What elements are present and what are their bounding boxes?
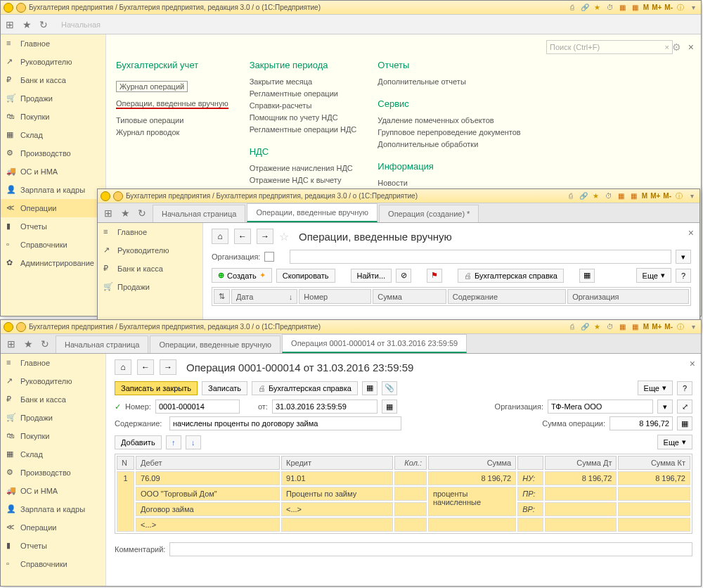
back-button[interactable]: ← [234,229,251,244]
sidebar-item-4[interactable]: 🛍Покупки [1,427,105,445]
star-icon[interactable]: ★ [593,3,602,13]
tab-start[interactable]: Начальная страница [153,205,245,222]
copy-button[interactable]: Скопировать [276,269,335,283]
tab-operations-manual[interactable]: Операции, введенные вручную [150,335,280,353]
sidebar-item-3[interactable]: 🛒Продажи [1,89,105,108]
calendar-button[interactable]: ▦ [382,400,397,414]
m-minus-button[interactable]: M- [664,323,673,331]
star-icon[interactable]: ★ [22,338,34,350]
sidebar-item-3[interactable]: 🛒Продажи [98,278,202,296]
star-icon[interactable]: ★ [593,322,602,332]
move-button[interactable]: ⚑ [427,269,442,283]
sidebar-item-9[interactable]: ≪Операции [1,518,105,537]
report-button[interactable]: ▦ [362,381,378,395]
col-kol[interactable]: Кол.: [394,456,427,470]
sidebar-item-7[interactable]: 🚚ОС и НМА [1,482,105,500]
dropdown-icon[interactable]: ▾ [688,322,698,332]
menu-link[interactable]: Операции, введенные вручную [116,99,228,109]
history-icon[interactable]: ↻ [39,338,51,350]
home-button[interactable]: ⌂ [115,359,131,375]
sidebar-item-8[interactable]: 👤Зарплата и кадры [1,181,105,199]
col-content[interactable]: Содержание [448,289,566,304]
table-row[interactable]: <...> [117,518,690,532]
content-input[interactable] [169,416,401,430]
sidebar-item-1[interactable]: ↗Руководителю [1,53,105,71]
save-close-button[interactable]: Записать и закрыть [115,381,198,395]
sidebar-item-12[interactable]: ✿Администрирование [1,254,105,272]
history-icon[interactable]: ↻ [136,207,148,219]
back-button[interactable]: ← [137,359,154,375]
grid-icon[interactable]: ⊞ [4,18,16,31]
clear-icon[interactable]: × [665,43,669,51]
attach-button[interactable]: 📎 [382,381,397,395]
grid-icon[interactable]: ⊞ [102,207,115,219]
add-button[interactable]: Добавить [115,435,162,449]
sidebar-item-11[interactable]: ▫Справочники [1,236,105,254]
print-icon[interactable]: ⎙ [567,322,577,332]
clock-icon[interactable]: ⏱ [605,322,615,332]
find-button[interactable]: Найти... [351,269,392,283]
create-button[interactable]: ⊕Создать✦ [212,268,272,283]
sidebar-item-7[interactable]: 🚚ОС и НМА [1,162,105,181]
col-sum[interactable]: Сумма [373,289,446,304]
sidebar-item-0[interactable]: ≡Главное [1,34,105,53]
m-minus-button[interactable]: M- [663,192,671,200]
col-marker[interactable]: ⇅ [214,289,230,304]
menu-link[interactable]: Регламентные операции НДС [250,125,357,134]
sidebar-item-1[interactable]: ↗Руководителю [98,241,202,260]
col-summa-dt[interactable]: Сумма Дт [545,456,617,470]
menu-link[interactable]: Регламентные операции [250,89,357,98]
org-dropdown[interactable]: ▾ [657,400,673,414]
sidebar-item-0[interactable]: ≡Главное [98,223,202,241]
dropdown-icon[interactable]: ▾ [688,3,698,13]
tab-operation-new[interactable]: Операция (создание) * [379,205,479,222]
number-input[interactable] [155,400,240,414]
table-row[interactable]: 1 76.09 91.01 8 196,72 НУ: 8 196,72 8 19… [117,471,690,485]
menu-link[interactable]: Новости [378,179,520,187]
dropdown-icon[interactable]: ▾ [687,191,697,201]
tab-operation-form[interactable]: Операция 0001-000014 от 31.03.2016 23:59… [282,334,467,353]
col-kredit[interactable]: Кредит [281,456,393,470]
org-dropdown-btn[interactable]: ▾ [676,250,691,264]
acct-ref-button[interactable]: 🖨Бухгалтерская справка [458,269,564,283]
org-input[interactable] [548,400,653,414]
star-icon[interactable]: ★ [591,191,601,201]
sidebar-item-6[interactable]: ⚙Производство [1,464,105,482]
col-number[interactable]: Номер [299,289,371,304]
home-button[interactable]: ⌂ [212,229,228,244]
menu-link[interactable]: Отражение НДС к вычету [250,176,357,184]
org-checkbox[interactable] [264,252,274,262]
search-input[interactable]: Поиск (Ctrl+F) × [546,40,673,54]
cal-icon[interactable]: ▦ [631,322,640,332]
col-summa[interactable]: Сумма [428,456,516,470]
tab-start[interactable]: Начальная страница [56,335,148,353]
sidebar-item-2[interactable]: ₽Банк и касса [1,71,105,89]
history-icon[interactable]: ↻ [37,18,50,31]
col-summa-kt[interactable]: Сумма Кт [618,456,690,470]
sidebar-item-2[interactable]: ₽Банк и касса [98,260,202,278]
cal-icon[interactable]: ▦ [629,191,639,201]
sum-calc[interactable]: ▦ [677,416,692,430]
link-icon[interactable]: 🔗 [580,3,590,13]
m-button[interactable]: M [643,4,649,11]
m-plus-button[interactable]: M+ [652,323,662,331]
sidebar-item-5[interactable]: ▦Склад [1,126,105,144]
sidebar-item-4[interactable]: 🛍Покупки [1,108,105,126]
clock-icon[interactable]: ⏱ [605,3,615,13]
col-type[interactable] [517,456,543,470]
sidebar-item-2[interactable]: ₽Банк и касса [1,390,105,409]
tab-operations-manual[interactable]: Операции, введенные вручную [247,203,378,222]
calc-icon[interactable]: ▦ [618,322,628,332]
sidebar-item-10[interactable]: ▮Отчеты [1,537,105,555]
menu-link[interactable]: Удаление помеченных объектов [378,116,520,124]
sidebar-item-0[interactable]: ≡Главное [1,354,105,372]
m-button[interactable]: M [642,192,647,200]
close-icon[interactable]: × [688,41,694,53]
cancel-find-button[interactable]: ⊘ [396,269,411,283]
link-icon[interactable]: 🔗 [579,191,588,201]
help-button[interactable]: ? [676,269,691,283]
clock-icon[interactable]: ⏱ [604,191,614,201]
m-plus-button[interactable]: M+ [650,192,660,200]
move-down-button[interactable]: ↓ [186,435,201,449]
sidebar-item-3[interactable]: 🛒Продажи [1,409,105,427]
